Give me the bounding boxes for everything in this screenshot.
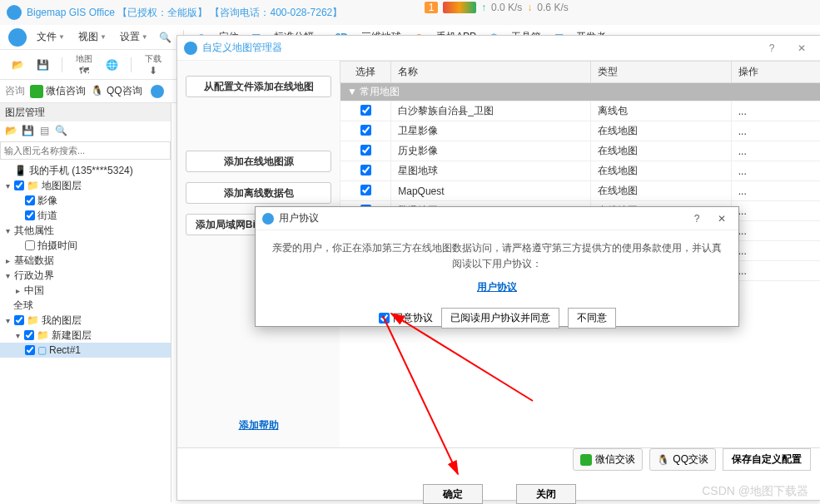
ok-button[interactable]: 确定: [423, 484, 483, 504]
map-group[interactable]: 地图🗺: [72, 53, 96, 77]
window-titlebar: Bigemap GIS Office 【已授权：全能版】 【咨询电话：400-0…: [0, 0, 820, 25]
globe-small-icon[interactable]: 🌐: [102, 56, 121, 74]
row-op-button[interactable]: ...: [731, 221, 820, 241]
tree-basic-data[interactable]: ▸基础数据: [0, 253, 171, 268]
app-logo-small-icon: [184, 42, 197, 55]
add-from-config-button[interactable]: 从配置文件添加在线地图: [186, 76, 331, 97]
qq-icon: 🐧: [91, 85, 104, 98]
search-small-icon[interactable]: 🔍: [53, 123, 68, 138]
menu-settings[interactable]: 设置▼: [117, 27, 152, 47]
row-op-button[interactable]: ...: [731, 261, 820, 281]
rect-icon: ▢: [37, 344, 47, 356]
row-checkbox[interactable]: [360, 105, 371, 116]
row-checkbox[interactable]: [360, 145, 371, 156]
row-checkbox[interactable]: [360, 165, 371, 175]
qq-consult-button[interactable]: 🐧QQ咨询: [91, 84, 142, 98]
net-indicator-icon: [443, 2, 476, 13]
row-name: MapQuest: [391, 181, 591, 201]
folder-icon: 📁: [27, 180, 39, 191]
table-row[interactable]: 历史影像 在线地图 ...: [340, 141, 821, 161]
row-type: 在线地图: [591, 181, 732, 201]
wechat-chat-button[interactable]: 微信交谈: [573, 448, 643, 471]
layers-icon[interactable]: ▤: [37, 123, 52, 138]
tree-admin-boundary[interactable]: ▾行政边界: [0, 268, 171, 283]
tree-map-layers[interactable]: ▾📁地图图层: [0, 178, 171, 193]
table-group-common[interactable]: ▼ 常用地图: [340, 83, 821, 101]
user-agreement-dialog: 用户协议 ? ✕ 亲爱的用户，你正在添加第三方在线地图数据访问，请严格遵守第三方…: [255, 206, 739, 327]
read-and-agree-button[interactable]: 已阅读用户协议并同意: [441, 308, 559, 329]
net-badge-icon: 1: [425, 2, 438, 13]
row-type: 在线地图: [591, 161, 732, 181]
wechat-consult-button[interactable]: 微信咨询: [30, 84, 86, 98]
layer-search-input[interactable]: [0, 141, 171, 160]
row-op-button[interactable]: ...: [731, 181, 820, 201]
table-row[interactable]: 卫星影像 在线地图 ...: [340, 121, 821, 141]
folder-icon: 📁: [37, 329, 49, 341]
search-icon[interactable]: 🔍: [158, 30, 173, 45]
disagree-button[interactable]: 不同意: [568, 308, 616, 329]
col-op[interactable]: 操作: [731, 62, 820, 83]
row-name: 白沙黎族自治县_卫图: [391, 101, 591, 121]
row-name: 卫星影像: [391, 121, 591, 141]
close-button[interactable]: 关闭: [516, 484, 576, 504]
menu-file[interactable]: 文件▼: [33, 27, 68, 47]
qq-icon: 🐧: [657, 454, 669, 466]
tree-rect1[interactable]: ▢Rect#1: [0, 343, 171, 358]
layer-panel-tools: 📂 💾 ▤ 🔍: [0, 121, 171, 141]
row-checkbox[interactable]: [360, 125, 371, 136]
tree-image[interactable]: 影像: [0, 193, 171, 208]
disk-icon[interactable]: 💾: [20, 123, 35, 138]
save-icon[interactable]: 💾: [33, 56, 52, 74]
table-row[interactable]: MapQuest 在线地图 ...: [340, 181, 821, 201]
row-op-button[interactable]: ...: [731, 241, 820, 261]
globe-icon[interactable]: [8, 28, 27, 47]
close-icon[interactable]: ✕: [789, 42, 814, 54]
agreement-text: 亲爱的用户，你正在添加第三方在线地图数据访问，请严格遵守第三方提供方的使用条款使…: [269, 240, 725, 272]
folder-icon: 📁: [27, 314, 39, 326]
tree-china[interactable]: ▸中国: [0, 283, 171, 298]
help-icon[interactable]: ?: [687, 213, 707, 225]
layer-tree: 📱我的手机 (135****5324) ▾📁地图图层 影像 街道 ▾其他属性 拍…: [0, 160, 171, 361]
qq-chat-button[interactable]: 🐧QQ交谈: [649, 448, 716, 471]
row-name: 星图地球: [391, 161, 591, 181]
table-row[interactable]: 白沙黎族自治县_卫图 离线包 ...: [340, 101, 821, 121]
tree-shoot-time[interactable]: 拍摄时间: [0, 238, 171, 253]
support-icon[interactable]: [151, 85, 164, 98]
net-status: 1 ↑0.0 K/s ↓0.6 K/s: [425, 2, 569, 13]
download-group[interactable]: 下载⬇: [142, 53, 165, 77]
agree-checkbox[interactable]: [379, 313, 390, 324]
tree-other-attrs[interactable]: ▾其他属性: [0, 223, 171, 238]
agree-checkbox-label[interactable]: 同意协议: [379, 311, 433, 325]
save-config-button[interactable]: 保存自定义配置: [723, 448, 811, 471]
agreement-titlebar: 用户协议 ? ✕: [256, 207, 738, 230]
col-name[interactable]: 名称: [391, 62, 591, 83]
folder-open-icon[interactable]: 📂: [3, 123, 18, 138]
row-op-button[interactable]: ...: [731, 121, 820, 141]
add-online-source-button[interactable]: 添加在线地图源: [186, 151, 331, 172]
row-op-button[interactable]: ...: [731, 141, 820, 161]
layer-panel: 图层管理 📂 💾 ▤ 🔍 📱我的手机 (135****5324) ▾📁地图图层 …: [0, 103, 171, 502]
row-type: 离线包: [591, 101, 732, 121]
col-type[interactable]: 类型: [591, 62, 732, 83]
tree-my-layers[interactable]: ▾📁我的图层: [0, 313, 171, 328]
tree-new-layer[interactable]: ▾📁新建图层: [0, 328, 171, 343]
row-op-button[interactable]: ...: [731, 161, 820, 181]
col-select[interactable]: 选择: [340, 62, 391, 83]
table-row[interactable]: 星图地球 在线地图 ...: [340, 161, 821, 181]
map-manager-title: 自定义地图管理器: [202, 41, 754, 55]
app-logo-tiny-icon: [262, 213, 274, 225]
add-help-link[interactable]: 添加帮助: [239, 419, 279, 431]
row-op-button[interactable]: ...: [731, 101, 820, 121]
menu-view[interactable]: 视图▼: [75, 27, 110, 47]
consult-label: 咨询: [5, 84, 25, 98]
tree-global[interactable]: 全球: [0, 298, 171, 313]
row-op-button[interactable]: ...: [731, 201, 820, 221]
tree-my-phone[interactable]: 📱我的手机 (135****5324): [0, 163, 171, 178]
open-icon[interactable]: 📂: [8, 56, 27, 74]
close-icon[interactable]: ✕: [712, 213, 732, 225]
tree-street[interactable]: 街道: [0, 208, 171, 223]
agreement-link[interactable]: 用户协议: [477, 280, 517, 294]
help-icon[interactable]: ?: [759, 42, 784, 54]
add-offline-package-button[interactable]: 添加离线数据包: [186, 182, 331, 204]
row-checkbox[interactable]: [360, 185, 371, 195]
